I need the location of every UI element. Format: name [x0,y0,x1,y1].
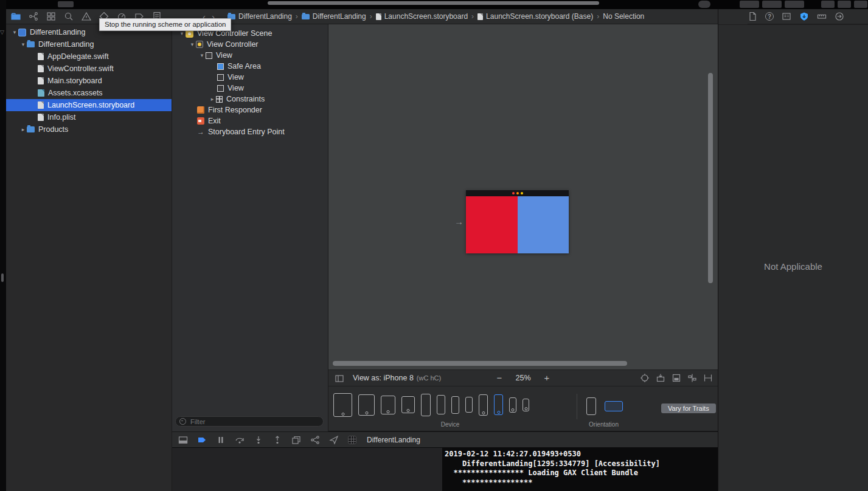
symbol-navigator-icon[interactable] [46,12,56,21]
zoom-level[interactable]: 25% [509,370,538,386]
filter-input[interactable] [189,417,319,426]
orientation-selector [586,395,623,417]
navigator-row-launchscreen-selected[interactable]: LaunchScreen.storyboard [6,99,172,111]
running-app-name[interactable]: DifferentLanding [367,436,420,444]
device-iphone-4s[interactable] [523,399,529,411]
step-into-icon[interactable] [254,435,263,445]
titlebar-scrollbar[interactable] [268,1,599,5]
align-icon[interactable] [687,373,697,383]
device-ipad-pro-10-5[interactable] [358,394,375,416]
disclosure-open-icon[interactable]: ▾ [178,30,186,36]
outline-row-constraints[interactable]: ▸ Constraints [172,94,328,105]
attributes-inspector-icon-selected[interactable] [799,12,809,21]
breakpoints-toggle-icon[interactable] [197,435,207,445]
disclosure-open-icon[interactable]: ▾ [11,29,18,35]
issue-navigator-icon[interactable] [82,12,91,21]
panel-toggle-inspector[interactable] [854,1,867,8]
connections-inspector-icon[interactable] [835,12,844,21]
variables-view[interactable] [172,448,443,491]
panel-toggle-debug[interactable] [838,1,851,8]
editor-mode-button-version[interactable] [785,1,804,8]
file-inspector-icon[interactable] [748,12,757,21]
console-output[interactable]: 2019-02-12 11:42:27.019493+0530 Differen… [443,448,718,491]
outline-row-subview-blue[interactable]: View [172,83,328,94]
navigator-row-group[interactable]: ▾ DifferentLanding [6,38,172,50]
breadcrumb-file[interactable]: LaunchScreen.storyboard [376,12,468,21]
device-ipad-mini[interactable] [401,396,415,413]
find-navigator-icon[interactable] [64,12,74,21]
outline-row-safe-area[interactable]: Safe Area [172,61,328,72]
breadcrumb-group[interactable]: DifferentLanding [302,12,366,21]
device-iphone-xs[interactable] [451,396,459,414]
view-as-label[interactable]: View as: iPhone 8(wC hC) [353,370,441,386]
device-ipad-9-7[interactable] [381,396,395,414]
navigator-row-assets[interactable]: Assets.xcassets [6,87,172,99]
size-inspector-icon[interactable] [817,12,827,21]
quick-help-inspector-icon[interactable]: ? [765,12,774,21]
stack-icon[interactable] [672,373,681,383]
device-iphone-xs-max[interactable] [421,394,431,416]
launch-screen-preview[interactable] [466,190,569,253]
navigator-row-viewcontroller[interactable]: ViewController.swift [6,63,172,75]
navigator-row-products[interactable]: ▸ Products [6,123,172,136]
device-bar-toggle-icon[interactable] [335,374,344,383]
navigator-row-appdelegate[interactable]: AppDelegate.swift [6,50,172,63]
device-iphone-8-selected[interactable] [494,394,503,415]
device-iphone-xr[interactable] [437,395,445,414]
disclosure-open-icon[interactable]: ▾ [189,41,196,47]
disclosure-open-icon[interactable]: ▾ [19,41,27,47]
update-frames-icon[interactable] [640,373,650,383]
constraints-icon [216,96,223,103]
zoom-in-button[interactable]: + [540,370,554,386]
canvas-vertical-scrollbar[interactable] [708,73,713,283]
storyboard-entry-point-arrow[interactable]: → [450,217,464,227]
outline-row-view-controller[interactable]: ▾ View Controller [172,39,328,50]
outline-row-first-responder[interactable]: First Responder [172,105,328,115]
orientation-portrait[interactable] [586,397,596,415]
breadcrumb-selection[interactable]: No Selection [603,12,644,21]
navigator-row-main-storyboard[interactable]: Main.storyboard [6,75,172,87]
outline-filter-field[interactable] [175,416,324,427]
debug-area: 2019-02-12 11:42:27.019493+0530 Differen… [172,448,718,491]
panel-toggle-navigator[interactable] [821,1,835,8]
breadcrumb-localization[interactable]: LaunchScreen.storyboard (Base) [477,12,593,21]
vary-for-traits-button[interactable]: Vary for Traits [661,403,716,413]
embed-in-icon[interactable] [656,373,665,383]
memory-graph-icon[interactable] [310,435,320,445]
toolbar-activity-button[interactable] [698,1,710,8]
simulate-location-icon[interactable] [329,435,339,445]
canvas-horizontal-scrollbar[interactable] [333,361,627,366]
disclosure-open-icon[interactable]: ▾ [198,52,206,58]
navigator-row-infoplist[interactable]: Info.plist [6,111,172,123]
outline-row-subview-red[interactable]: View [172,72,328,83]
step-out-icon[interactable] [273,435,282,445]
project-navigator-icon[interactable] [11,12,21,21]
edge-disclosure-icon[interactable]: ▽ [0,29,4,35]
toolbar-button[interactable] [58,1,74,7]
interface-builder-canvas[interactable]: → [328,24,718,369]
zoom-out-button[interactable]: − [493,370,506,386]
device-iphone-8-plus[interactable] [479,394,488,416]
device-iphone-se[interactable] [509,397,516,413]
editor-mode-button-assistant[interactable] [762,1,782,8]
breadcrumb-project[interactable]: DifferentLanding [227,12,292,21]
add-constraints-icon[interactable] [703,373,713,383]
outline-row-exit[interactable]: Exit [172,115,328,126]
red-view[interactable] [466,196,518,253]
step-over-icon[interactable] [235,435,245,445]
debug-area-toggle-icon[interactable] [178,435,188,445]
orientation-landscape-selected[interactable] [605,401,623,411]
edge-handle[interactable] [1,273,4,282]
outline-row-entry-point[interactable]: → Storyboard Entry Point [172,126,328,137]
outline-row-view[interactable]: ▾ View [172,50,328,61]
device-ipad-pro-12-9[interactable] [333,393,352,417]
disclosure-closed-icon[interactable]: ▸ [19,126,27,132]
source-control-navigator-icon[interactable] [29,12,38,21]
view-hierarchy-icon[interactable] [291,435,301,445]
identity-inspector-icon[interactable] [782,12,791,21]
editor-mode-button-standard[interactable] [740,1,759,8]
disclosure-closed-icon[interactable]: ▸ [209,96,216,102]
device-iphone-x[interactable] [465,397,473,413]
pause-icon[interactable] [216,435,226,445]
blue-view[interactable] [518,196,569,253]
